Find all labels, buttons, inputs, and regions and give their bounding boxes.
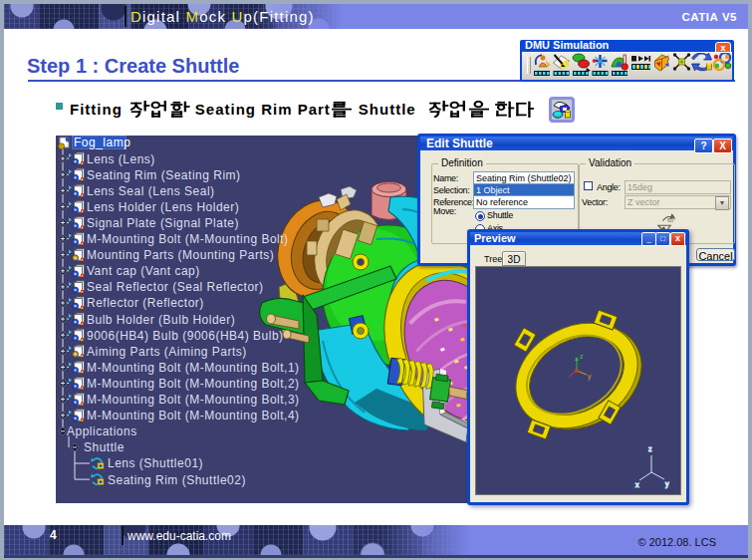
svg-text:Lens (Shuttle01): Lens (Shuttle01) (108, 456, 203, 470)
svg-text:Mounting Parts (Mounting Parts: Mounting Parts (Mounting Parts) (87, 248, 274, 262)
svg-text:M-Mounting Bolt (M-Mounting Bo: M-Mounting Bolt (M-Mounting Bolt) (87, 232, 289, 246)
svg-text:z: z (580, 353, 584, 360)
svg-text:x: x (635, 481, 639, 488)
svg-text:Applications: Applications (67, 424, 137, 438)
svg-text:M-Mounting Bolt (M-Mounting Bo: M-Mounting Bolt (M-Mounting Bolt,1) (87, 361, 300, 375)
svg-text:Vant cap (Vant cap): Vant cap (Vant cap) (87, 264, 200, 278)
svg-text:Reflector (Reflector): Reflector (Reflector) (87, 296, 204, 310)
svg-text:Bulb Holder (Bulb Holder): Bulb Holder (Bulb Holder) (87, 313, 235, 327)
svg-text:Signal Plate (Signal Plate): Signal Plate (Signal Plate) (87, 216, 239, 230)
svg-text:Seal Reflector (Seal Reflector: Seal Reflector (Seal Reflector) (87, 280, 264, 294)
svg-text:Seating Rim (Seating Rim): Seating Rim (Seating Rim) (87, 168, 241, 182)
svg-text:y: y (665, 480, 669, 488)
svg-text:M-Mounting Bolt (M-Mounting Bo: M-Mounting Bolt (M-Mounting Bolt,3) (87, 393, 300, 407)
svg-text:M-Mounting Bolt (M-Mounting Bo: M-Mounting Bolt (M-Mounting Bolt,2) (87, 377, 300, 391)
svg-text:Fog_lamp: Fog_lamp (74, 136, 130, 149)
svg-text:Seating Rim (Shuttle02): Seating Rim (Shuttle02) (108, 473, 246, 487)
svg-text:Lens (Lens): Lens (Lens) (87, 152, 155, 166)
svg-text:Shuttle: Shuttle (84, 440, 125, 454)
svg-text:z: z (648, 445, 652, 452)
svg-text:60°: 60° (667, 217, 675, 223)
svg-text:Aiming Parts (Aiming Parts): Aiming Parts (Aiming Parts) (87, 345, 247, 359)
svg-text:Lens Holder (Lens Holder): Lens Holder (Lens Holder) (87, 200, 239, 214)
svg-text:y: y (588, 373, 592, 381)
svg-text:M-Mounting Bolt (M-Mounting Bo: M-Mounting Bolt (M-Mounting Bolt,4) (87, 409, 300, 422)
svg-text:9006(HB4) Bulb (9006(HB4) Bulb: 9006(HB4) Bulb (9006(HB4) Bulb) (87, 329, 284, 343)
svg-text:Lens Seal (Lens Seal): Lens Seal (Lens Seal) (87, 184, 215, 198)
